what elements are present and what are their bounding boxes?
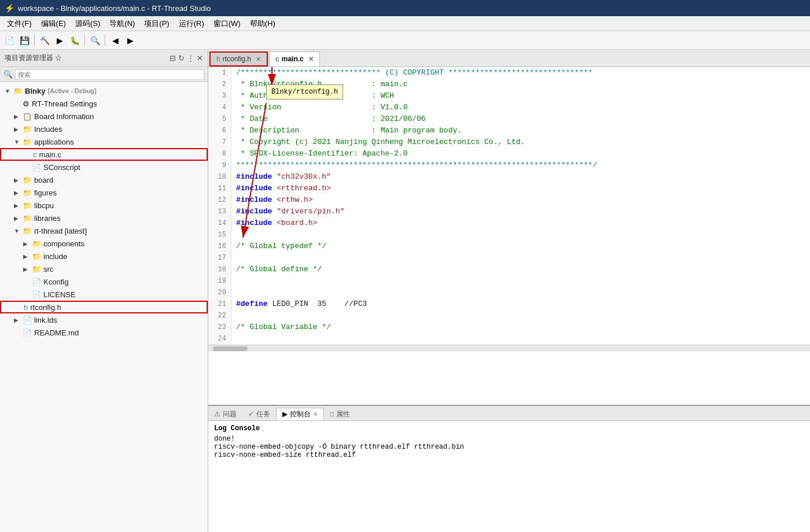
tree-item-figures[interactable]: ▶ 📁 figures [0, 186, 208, 199]
run-btn[interactable]: ▶ [53, 34, 67, 47]
new-btn[interactable]: 📄 [2, 34, 16, 47]
libcpu-icon: 📁 [23, 201, 32, 210]
line-content-11: #include <rtthread.h> [231, 183, 810, 194]
root-icon: 📁 [13, 87, 23, 95]
tree-item-include[interactable]: ▶ 📁 include [0, 250, 208, 263]
code-line-20: 20 [208, 287, 810, 298]
build-btn[interactable]: 🔨 [38, 34, 51, 47]
line-content-17 [231, 252, 810, 264]
main-layout: 项目资源管理器 ☆ ⊟ ↻ ⋮ ✕ 🔍 ▼ 📁 Blnky [Active - … [0, 50, 810, 532]
code-editor[interactable]: Blnky/rtconfig.h 1 /********************… [208, 67, 810, 405]
sync-icon[interactable]: ↻ [178, 54, 185, 62]
code-line-18: 18 /* Global define */ [208, 264, 810, 275]
window-title: workspace - Blnky/applications/main.c - … [18, 4, 211, 13]
root-label: Blnky [25, 87, 45, 95]
license-label: LICENSE [43, 290, 76, 299]
figures-label: figures [34, 189, 57, 197]
line-content-18: /* Global define */ [231, 264, 810, 275]
tree-item-link-lds[interactable]: ▶ 📄 link.lds [0, 313, 208, 326]
tree-item-rtconfig-h[interactable]: h rtconfig.h [0, 301, 208, 313]
src-arrow: ▶ [23, 266, 30, 272]
h-scrollbar[interactable] [208, 345, 810, 352]
link-lds-icon: 📄 [23, 316, 32, 324]
tree-item-components[interactable]: ▶ 📁 components [0, 237, 208, 250]
tab-problems[interactable]: ⚠ 问题 [208, 408, 242, 420]
save-btn[interactable]: 💾 [17, 34, 31, 47]
back-btn[interactable]: ◀ [108, 34, 122, 47]
search-input[interactable] [15, 69, 204, 80]
main-c-label: main.c [39, 150, 61, 159]
code-line-6: 6 * Description : Main program body. [208, 125, 810, 136]
search-btn[interactable]: 🔍 [88, 34, 102, 47]
line-num-19: 19 [208, 275, 231, 287]
tree-item-license[interactable]: 📄 LICENSE [0, 288, 208, 301]
tab-tasks[interactable]: ✓ 任务 [242, 408, 276, 420]
menu-item-e[interactable]: 编辑(E) [36, 17, 71, 30]
tree-item-kconfig[interactable]: 📄 Kconfig [0, 275, 208, 288]
line-content-4: * Version : V1.0.0 [231, 102, 810, 113]
code-line-8: 8 * SPDX-License-Identifier: Apache-2.0 [208, 148, 810, 160]
tree-item-applications[interactable]: ▼ 📁 applications [0, 135, 208, 148]
tab-main-c[interactable]: c main.c ✕ [269, 51, 320, 66]
menu-item-s[interactable]: 源码(S) [71, 17, 105, 30]
line-num-7: 7 [208, 136, 231, 148]
tree-item-rt-thread[interactable]: ▼ 📁 rt-thread [latest] [0, 224, 208, 237]
menu-item-w[interactable]: 窗口(W) [209, 17, 245, 30]
tree-item-board-information[interactable]: ▶ 📋 Board Information [0, 110, 208, 123]
menu-icon[interactable]: ⋮ [187, 54, 194, 62]
tree-root[interactable]: ▼ 📁 Blnky [Active - Debug] [0, 84, 208, 97]
tooltip-popup: Blnky/rtconfig.h [266, 84, 343, 99]
rt-thread-label: rt-thread [latest] [34, 227, 87, 235]
tab-bar: h rtconfig.h ✕ c main.c ✕ [208, 50, 810, 67]
line-num-20: 20 [208, 287, 231, 298]
tree-item-src[interactable]: ▶ 📁 src [0, 263, 208, 275]
code-line-21: 21 #define LED0_PIN 35 //PC3 [208, 298, 810, 310]
sconscript-icon: 📄 [32, 163, 41, 172]
libraries-arrow: ▶ [14, 215, 21, 221]
menu-item-n[interactable]: 导航(N) [105, 17, 139, 30]
console-tab-close[interactable]: ✕ [313, 411, 318, 418]
menu-item-h[interactable]: 帮助(H) [245, 17, 280, 30]
line-num-9: 9 [208, 160, 231, 171]
code-line-9: 9 **************************************… [208, 160, 810, 171]
debug-btn[interactable]: 🐛 [68, 34, 82, 47]
code-line-17: 17 [208, 252, 810, 264]
include-icon: 📁 [32, 252, 41, 261]
tree-item-libcpu[interactable]: ▶ 📁 libcpu [0, 199, 208, 212]
tree-item-board[interactable]: ▶ 📁 board [0, 173, 208, 186]
tree-item-rt-thread-settings[interactable]: ⚙ RT-Thread Settings [0, 97, 208, 110]
tab-rtconfig-h[interactable]: h rtconfig.h ✕ [209, 51, 268, 66]
line-content-1: /******************************* (C) COP… [231, 67, 810, 79]
kconfig-label: Kconfig [43, 278, 68, 286]
line-content-8: * SPDX-License-Identifier: Apache-2.0 [231, 148, 810, 160]
line-content-5: * Date : 2021/06/06 [231, 113, 810, 125]
tree-item-includes[interactable]: ▶ 📁 Includes [0, 123, 208, 135]
tree-item-readme[interactable]: 📄 README.md [0, 326, 208, 339]
toolbar: 📄 💾 🔨 ▶ 🐛 🔍 ◀ ▶ [0, 31, 810, 50]
rtconfig-tab-label: rtconfig.h [223, 55, 251, 63]
menu-item-r[interactable]: 运行(R) [174, 17, 209, 30]
code-line-7: 7 * Copyright (c) 2021 Nanjing Qinheng M… [208, 136, 810, 148]
tree-item-main-c[interactable]: c main.c [0, 148, 208, 161]
close-icon[interactable]: ✕ [197, 54, 203, 62]
menu-item-p[interactable]: 项目(P) [139, 17, 174, 30]
tab-properties[interactable]: □ 属性 [324, 408, 356, 420]
board-info-label: Board Information [34, 112, 94, 121]
line-content-20 [231, 287, 810, 298]
code-line-4: 4 * Version : V1.0.0 [208, 102, 810, 113]
line-num-21: 21 [208, 298, 231, 310]
tree-item-sconscript[interactable]: 📄 SConscript [0, 161, 208, 173]
main-c-tab-close[interactable]: ✕ [308, 56, 314, 63]
figures-arrow: ▶ [14, 190, 21, 196]
left-panel: 项目资源管理器 ☆ ⊟ ↻ ⋮ ✕ 🔍 ▼ 📁 Blnky [Active - … [0, 50, 208, 532]
line-num-8: 8 [208, 148, 231, 160]
line-content-16: /* Global typedef */ [231, 241, 810, 252]
collapse-icon[interactable]: ⊟ [170, 54, 176, 62]
tab-console[interactable]: ▶ 控制台 ✕ [276, 408, 324, 420]
rtconfig-tab-close[interactable]: ✕ [256, 56, 261, 63]
line-content-24 [231, 333, 810, 345]
code-line-22: 22 [208, 310, 810, 322]
forward-btn[interactable]: ▶ [123, 34, 137, 47]
menu-item-f[interactable]: 文件(F) [2, 17, 36, 30]
tree-item-libraries[interactable]: ▶ 📁 libraries [0, 212, 208, 224]
